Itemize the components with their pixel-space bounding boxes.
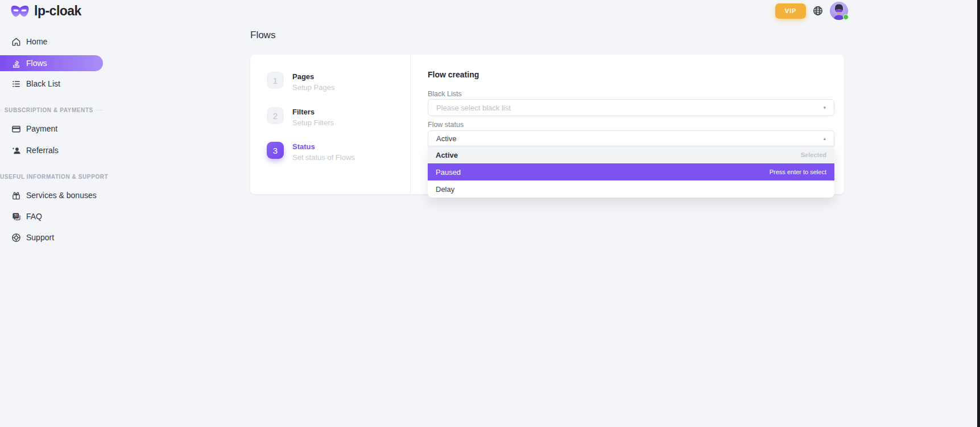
sidebar-section-subscription: SUBSCRIPTION & PAYMENTS	[0, 106, 103, 113]
option-hint: Press enter to select	[770, 169, 826, 175]
sidebar-item-label: Services & bonuses	[26, 191, 97, 200]
home-icon	[11, 36, 21, 47]
sidebar-item-label: Home	[26, 37, 47, 46]
sidebar-item-referrals[interactable]: Referrals	[0, 142, 103, 158]
option-label: Paused	[436, 168, 461, 176]
step-subtitle: Set status of Flows	[292, 153, 355, 162]
card-divider	[410, 55, 411, 194]
black-lists-placeholder: Please select black list	[436, 104, 511, 112]
step-filters[interactable]: 2 Filters Setup Filters	[267, 107, 334, 127]
form-title: Flow creating	[428, 70, 479, 79]
lifebuoy-icon	[11, 232, 21, 243]
payment-icon	[11, 124, 21, 134]
flow-status-label: Flow status	[428, 121, 464, 129]
step-number: 3	[267, 142, 284, 159]
flow-status-value: Active	[436, 134, 456, 143]
step-pages[interactable]: 1 Pages Setup Pages	[267, 72, 334, 92]
caret-up-icon: ▴	[823, 136, 826, 141]
flow-creating-card: 1 Pages Setup Pages 2 Filters Setup Filt…	[250, 55, 844, 194]
section-label: USEFUL INFORMATION & SUPPORT	[0, 174, 108, 180]
sidebar-item-label: Support	[26, 233, 54, 242]
step-title: Filters	[292, 107, 334, 116]
sidebar-item-label: Referrals	[26, 146, 59, 155]
screen-edge	[977, 0, 980, 427]
sidebar-item-services-bonuses[interactable]: Services & bonuses	[0, 187, 103, 203]
sidebar-item-label: Black List	[26, 79, 60, 88]
sidebar-item-black-list[interactable]: Black List	[0, 76, 103, 92]
step-number: 1	[267, 72, 284, 89]
sidebar-item-faq[interactable]: ?! FAQ	[0, 208, 103, 224]
sidebar-item-flows[interactable]: Flows	[0, 55, 103, 71]
option-active[interactable]: Active Selected	[428, 146, 834, 163]
step-status[interactable]: 3 Status Set status of Flows	[267, 142, 355, 162]
flow-status-select[interactable]: Active ▴	[428, 130, 834, 146]
sidebar-item-home[interactable]: Home	[0, 34, 103, 50]
sidebar-section-useful-info: USEFUL INFORMATION & SUPPORT	[0, 173, 103, 180]
vip-button[interactable]: VIP	[775, 3, 806, 19]
page-title: Flows	[250, 30, 275, 41]
option-delay[interactable]: Delay	[428, 180, 834, 198]
black-lists-label: Black Lists	[428, 90, 462, 98]
section-dash	[96, 110, 103, 110]
black-lists-select[interactable]: Please select black list ▾	[428, 99, 834, 116]
globe-icon[interactable]	[813, 6, 823, 16]
sidebar-item-label: Flows	[26, 59, 47, 68]
sidebar-item-label: FAQ	[26, 212, 42, 221]
step-number: 2	[267, 107, 284, 124]
step-title: Status	[292, 142, 355, 151]
sidebar-item-support[interactable]: Support	[0, 229, 103, 245]
step-title: Pages	[292, 72, 334, 81]
svg-text:?!: ?!	[14, 214, 17, 217]
faq-bubble-icon: ?!	[11, 211, 21, 221]
section-dash	[0, 110, 2, 110]
step-text: Pages Setup Pages	[292, 72, 334, 92]
option-hint: Selected	[801, 151, 826, 158]
option-label: Delay	[436, 185, 454, 194]
gift-icon	[11, 190, 21, 200]
option-paused[interactable]: Paused Press enter to select	[428, 163, 834, 180]
step-text: Status Set status of Flows	[292, 142, 355, 162]
step-subtitle: Setup Filters	[292, 118, 334, 127]
caret-down-icon: ▾	[823, 105, 826, 110]
sidebar-item-label: Payment	[26, 124, 57, 133]
black-list-icon	[11, 79, 21, 89]
avatar[interactable]	[830, 2, 848, 20]
sidebar: Home Flows Bla	[0, 0, 103, 427]
step-text: Filters Setup Filters	[292, 107, 334, 127]
flows-icon	[11, 58, 21, 68]
section-label: SUBSCRIPTION & PAYMENTS	[5, 107, 93, 113]
step-subtitle: Setup Pages	[292, 83, 334, 92]
online-status-dot	[843, 14, 849, 20]
flow-status-dropdown: Active Selected Paused Press enter to se…	[428, 146, 834, 198]
option-label: Active	[436, 151, 458, 159]
header-right: VIP	[775, 2, 848, 20]
flow-creating-form: Flow creating Black Lists Please select …	[428, 55, 834, 194]
sidebar-item-payment[interactable]: Payment	[0, 121, 103, 137]
referrals-icon	[11, 145, 21, 155]
